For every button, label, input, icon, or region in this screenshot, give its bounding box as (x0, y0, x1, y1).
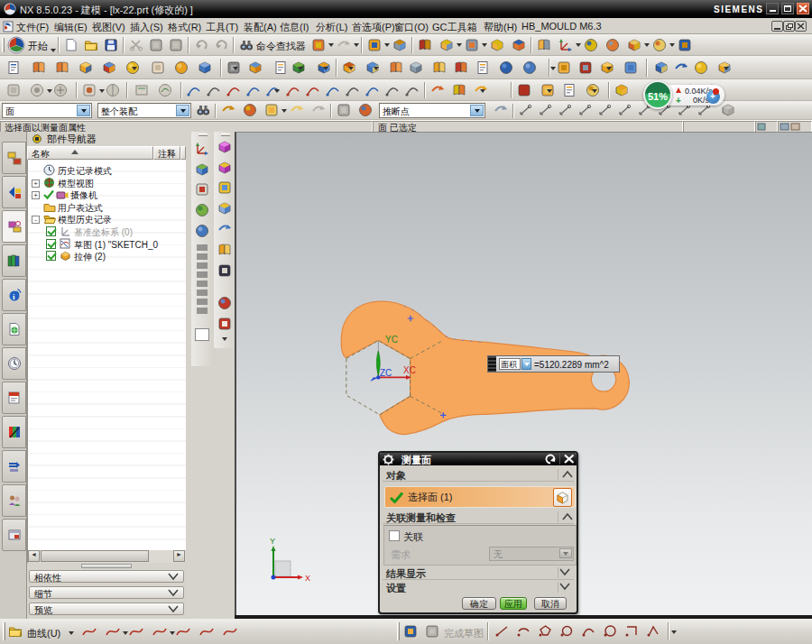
svg-text:XC: XC (403, 365, 416, 375)
svg-text:Y: Y (270, 537, 275, 546)
svg-text:ZC: ZC (380, 368, 392, 378)
svg-text:X: X (305, 574, 310, 583)
svg-text:YC: YC (385, 335, 398, 345)
